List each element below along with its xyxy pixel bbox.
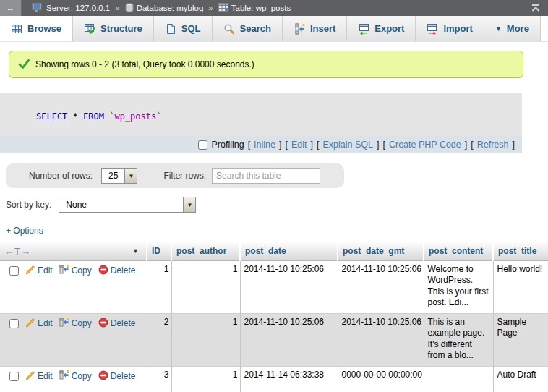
sort-by-post-date-gmt-link[interactable]: post_date_gmt xyxy=(343,246,404,256)
cell-post-date-gmt: 0000-00-00 00:00:00 xyxy=(338,366,424,392)
explain-sql-link[interactable]: Explain SQL xyxy=(322,140,372,150)
tab-sql-label: SQL xyxy=(181,23,201,34)
delete-icon xyxy=(98,265,108,278)
copy-row-link[interactable]: Copy xyxy=(59,370,92,383)
breadcrumb-database[interactable]: Database: myblog xyxy=(125,3,204,14)
database-icon xyxy=(125,3,134,14)
sql-query-box: SELECT * FROM `wp_posts` Profiling [ Inl… xyxy=(0,93,522,153)
bracket: ] xyxy=(465,140,467,150)
success-message-text: Showing rows 0 - 2 (3 total, Query took … xyxy=(35,59,254,69)
tab-more-label: More xyxy=(507,23,529,34)
delete-row-link[interactable]: Delete xyxy=(98,265,136,278)
refresh-link[interactable]: Refresh xyxy=(477,140,509,150)
profiling-label: Profiling xyxy=(211,140,244,150)
server-icon xyxy=(32,3,43,14)
sort-by-post-title-link[interactable]: post_title xyxy=(498,246,536,256)
create-php-code-link[interactable]: Create PHP Code xyxy=(389,140,461,150)
profiling-checkbox[interactable] xyxy=(198,140,207,150)
delete-label: Delete xyxy=(111,265,136,277)
tab-search[interactable]: Search xyxy=(213,16,283,41)
bracket: [ xyxy=(248,140,250,150)
tab-more[interactable]: ▼ More xyxy=(484,16,541,41)
delete-icon xyxy=(98,370,108,384)
sql-keyword-select[interactable]: SELECT xyxy=(36,111,67,122)
breadcrumb-server[interactable]: Server: 127.0.0.1 xyxy=(32,3,110,14)
row-select-checkbox[interactable] xyxy=(9,319,19,328)
browse-icon xyxy=(11,23,22,35)
rows-per-page-value: 25 xyxy=(102,169,124,183)
copy-icon xyxy=(59,318,69,331)
delete-label: Delete xyxy=(111,318,136,330)
filter-rows-input[interactable] xyxy=(212,168,320,184)
sql-star: * xyxy=(73,111,78,122)
sort-by-post-content-link[interactable]: post_content xyxy=(429,246,483,256)
sort-by-post-author-link[interactable]: post_author xyxy=(176,246,226,256)
bracket: ] xyxy=(311,140,313,150)
collapse-topmenu-button[interactable] xyxy=(523,3,548,14)
breadcrumb-table[interactable]: Table: wp_posts xyxy=(218,3,291,13)
copy-row-link[interactable]: Copy xyxy=(59,265,92,278)
cell-post-author: 1 xyxy=(171,313,240,366)
edit-row-link[interactable]: Edit xyxy=(25,265,53,278)
bracket: [ xyxy=(285,140,287,150)
copy-row-link[interactable]: Copy xyxy=(59,318,92,331)
options-toggle-link[interactable]: + Options xyxy=(6,226,43,236)
tab-insert[interactable]: Insert xyxy=(283,16,347,41)
actions-menu-caret-icon[interactable]: ▼ xyxy=(132,247,142,255)
copy-label: Copy xyxy=(72,371,92,383)
edit-label: Edit xyxy=(38,371,53,383)
select-caret-icon: ▼ xyxy=(124,169,137,183)
copy-icon xyxy=(59,370,69,383)
row-actions-cell: Edit Copy Delete xyxy=(0,366,147,392)
cell-post-author: 1 xyxy=(171,366,240,392)
tab-insert-label: Insert xyxy=(310,23,335,34)
tab-search-label: Search xyxy=(240,23,271,34)
tab-structure[interactable]: Structure xyxy=(73,16,154,41)
sql-keyword-from: FROM xyxy=(83,111,104,122)
search-icon xyxy=(223,23,235,35)
tab-sql[interactable]: SQL xyxy=(154,16,213,41)
cell-post-date: 2014-11-10 10:25:06 xyxy=(240,313,338,366)
chevron-down-icon: ▼ xyxy=(495,25,502,33)
bracket: [ xyxy=(471,140,473,150)
insert-icon xyxy=(294,23,305,35)
row-select-checkbox[interactable] xyxy=(9,372,19,381)
sort-by-post-date-link[interactable]: post_date xyxy=(245,246,286,256)
cell-id: 2 xyxy=(147,313,171,366)
pencil-icon xyxy=(25,370,35,384)
delete-row-link[interactable]: Delete xyxy=(98,318,136,331)
table-row: Edit Copy Delete 3 1 2014-11-14 06:33:38… xyxy=(0,366,548,392)
edit-query-link[interactable]: Edit xyxy=(291,140,307,150)
back-button[interactable]: ← xyxy=(0,0,22,16)
edit-row-link[interactable]: Edit xyxy=(25,370,53,384)
table-row: Edit Copy Delete 2 1 2014-11-10 10:25:06… xyxy=(0,313,548,366)
bracket: ] xyxy=(377,140,379,150)
column-reorder-icon[interactable]: ←T→ xyxy=(4,246,31,257)
filter-rows-label: Filter rows: xyxy=(163,171,206,181)
breadcrumb-server-label: Server: 127.0.0.1 xyxy=(46,4,110,12)
sql-table-identifier: `wp_posts` xyxy=(109,111,161,122)
sort-by-id-link[interactable]: ID xyxy=(152,246,160,256)
sort-key-select[interactable]: None ▼ xyxy=(59,197,196,213)
delete-row-link[interactable]: Delete xyxy=(98,370,136,384)
inline-link[interactable]: Inline xyxy=(254,140,275,150)
cell-id: 1 xyxy=(147,260,171,313)
column-header-post-title: post_title xyxy=(493,242,548,260)
cell-post-title: Auto Draft xyxy=(493,366,548,392)
tab-import[interactable]: Import xyxy=(416,16,484,41)
delete-icon xyxy=(98,318,108,331)
tab-export[interactable]: Export xyxy=(347,16,416,41)
pencil-icon xyxy=(25,265,35,278)
copy-label: Copy xyxy=(72,318,92,330)
pencil-icon xyxy=(25,318,35,331)
tab-browse[interactable]: Browse xyxy=(0,16,73,41)
tab-import-label: Import xyxy=(443,23,472,34)
rows-per-page-select[interactable]: 25 ▼ xyxy=(101,168,137,184)
row-actions-cell: Edit Copy Delete xyxy=(0,313,147,366)
header-row: ←T→ ▼ ID post_author post_date post_date… xyxy=(0,242,548,260)
cell-post-content: Welcome to WordPress. This is your first… xyxy=(424,260,493,313)
import-icon xyxy=(427,23,438,35)
edit-row-link[interactable]: Edit xyxy=(25,318,53,331)
row-select-checkbox[interactable] xyxy=(9,266,19,276)
results-table: ←T→ ▼ ID post_author post_date post_date… xyxy=(0,242,548,392)
